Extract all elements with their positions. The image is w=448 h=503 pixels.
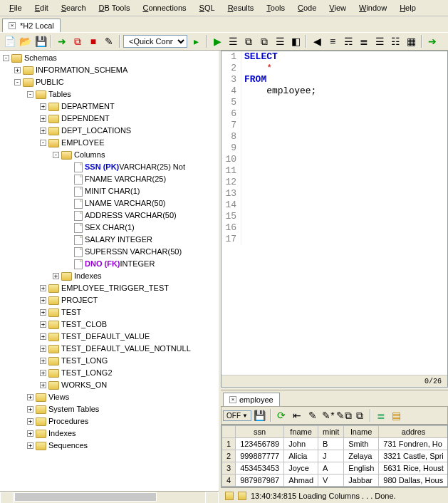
menu-tools[interactable]: Tools bbox=[260, 1, 291, 14]
cell[interactable]: J bbox=[318, 450, 344, 462]
tree-table-test_default_value[interactable]: +TEST_DEFAULT_VALUE bbox=[1, 331, 217, 343]
col-header-fname[interactable]: fname bbox=[284, 426, 318, 438]
table-row[interactable]: 1123456789JohnBSmith731 Fondren, Ho bbox=[222, 438, 449, 450]
cell[interactable]: 453453453 bbox=[236, 462, 284, 475]
tree-table-department[interactable]: +DEPARTMENT bbox=[1, 100, 217, 113]
tb-1-icon[interactable]: ☰ bbox=[226, 34, 240, 48]
tree-table-project[interactable]: +PROJECT bbox=[1, 294, 217, 306]
cell[interactable]: 980 Dallas, Hous bbox=[379, 475, 448, 487]
sql-line[interactable]: 11 bbox=[222, 165, 447, 177]
edit-row-icon[interactable]: ✎* bbox=[321, 408, 335, 422]
cell[interactable]: Smith bbox=[344, 438, 379, 450]
tb-2-icon[interactable]: ⧉ bbox=[241, 34, 256, 48]
sql-line[interactable]: 14 bbox=[222, 199, 447, 211]
sql-line[interactable]: 15 bbox=[222, 211, 447, 222]
copy-row-icon[interactable]: ✎⧉ bbox=[337, 408, 351, 422]
expander-icon[interactable]: + bbox=[27, 418, 33, 425]
cell[interactable]: 123456789 bbox=[236, 438, 284, 450]
results-grid[interactable]: ssnfnameminitlnameaddres1123456789JohnBS… bbox=[221, 425, 448, 487]
cell[interactable]: 3321 Castle, Spri bbox=[379, 450, 448, 462]
sql-line[interactable]: 10 bbox=[222, 154, 447, 165]
tree-table-employee_trigger_test[interactable]: +EMPLOYEE_TRIGGER_TEST bbox=[1, 282, 217, 294]
table-row[interactable]: 4987987987AhmadVJabbar980 Dallas, Hous bbox=[222, 475, 449, 487]
tree-column-salary[interactable]: SALARY INTEGER bbox=[1, 234, 217, 246]
stop-icon[interactable]: ■ bbox=[86, 34, 100, 48]
cell[interactable]: B bbox=[318, 438, 344, 450]
tb-5-icon[interactable]: ◧ bbox=[288, 34, 303, 48]
expander-icon[interactable]: + bbox=[40, 285, 46, 291]
cell[interactable]: V bbox=[318, 475, 344, 487]
tree-information-schema[interactable]: +INFORMATION_SCHEMA bbox=[1, 64, 217, 76]
cell[interactable]: Jabbar bbox=[344, 475, 379, 487]
menu-help[interactable]: Help bbox=[393, 1, 422, 14]
new-file-icon[interactable]: 📄 bbox=[2, 34, 16, 48]
sql-line[interactable]: 2 * bbox=[222, 63, 447, 74]
tb-8-icon[interactable]: ☴ bbox=[341, 34, 355, 48]
tree-table-test_long2[interactable]: +TEST_LONG2 bbox=[1, 367, 217, 379]
table-row[interactable]: 2999887777AliciaJZelaya3321 Castle, Spri bbox=[222, 450, 449, 462]
expander-icon[interactable]: + bbox=[40, 370, 46, 376]
tree-indexes[interactable]: +Indexes bbox=[1, 427, 217, 440]
sql-line[interactable]: 5 bbox=[222, 97, 447, 108]
close-icon[interactable]: × bbox=[229, 396, 236, 403]
tree-table-test_default_value_notnull[interactable]: +TEST_DEFAULT_VALUE_NOTNULL bbox=[1, 343, 217, 355]
expander-icon[interactable]: + bbox=[40, 309, 46, 316]
menu-db-tools[interactable]: DB Tools bbox=[93, 1, 137, 14]
expander-icon[interactable]: - bbox=[3, 55, 9, 61]
wand-icon[interactable]: ✎ bbox=[306, 408, 320, 422]
tree-public[interactable]: -PUBLIC bbox=[1, 76, 217, 88]
cell[interactable]: 987987987 bbox=[236, 475, 284, 487]
results-tab[interactable]: × employee bbox=[223, 393, 280, 406]
cell[interactable]: Ahmad bbox=[284, 475, 318, 487]
sql-line[interactable]: 1SELECT bbox=[222, 51, 447, 63]
tree-table-works_on[interactable]: +WORKS_ON bbox=[1, 379, 217, 391]
sql-line[interactable]: 6 bbox=[222, 108, 447, 120]
expander-icon[interactable]: - bbox=[53, 152, 59, 158]
sql-line[interactable]: 16 bbox=[222, 222, 447, 234]
query-icon[interactable]: ✎ bbox=[102, 34, 116, 48]
sql-line[interactable]: 9 bbox=[222, 142, 447, 154]
sql-line[interactable]: 3FROM bbox=[222, 74, 447, 85]
tree-views[interactable]: +Views bbox=[1, 391, 217, 403]
menu-results[interactable]: Results bbox=[222, 1, 261, 14]
sql-line[interactable]: 12 bbox=[222, 177, 447, 188]
sql-line[interactable]: 17 bbox=[222, 234, 447, 245]
expander-icon[interactable]: + bbox=[27, 406, 33, 413]
disconnect-icon[interactable]: ⧉ bbox=[71, 34, 85, 48]
tb-12-icon[interactable]: ▦ bbox=[404, 34, 418, 48]
expander-icon[interactable]: + bbox=[53, 273, 59, 279]
menu-connections[interactable]: Connections bbox=[136, 1, 192, 14]
tree-schemas[interactable]: -Schemas bbox=[1, 52, 217, 64]
list-icon[interactable]: ≣ bbox=[374, 408, 388, 422]
tb-9-icon[interactable]: ≣ bbox=[357, 34, 371, 48]
tb-7-icon[interactable]: ≡ bbox=[325, 34, 340, 48]
expander-icon[interactable]: + bbox=[40, 103, 46, 110]
cell[interactable]: Zelaya bbox=[344, 450, 379, 462]
quick-connect-dropdown[interactable]: <Quick Connect> bbox=[123, 35, 187, 48]
expander-icon[interactable]: - bbox=[27, 91, 33, 98]
sql-line[interactable]: 7 bbox=[222, 120, 447, 131]
col-header-minit[interactable]: minit bbox=[318, 426, 344, 438]
menu-search[interactable]: Search bbox=[55, 1, 93, 14]
tree-table-test_long[interactable]: +TEST_LONG bbox=[1, 355, 217, 367]
expander-icon[interactable]: + bbox=[40, 346, 46, 352]
save-icon[interactable]: 💾 bbox=[33, 34, 48, 48]
cell[interactable]: Joyce bbox=[284, 462, 318, 475]
close-icon[interactable]: × bbox=[9, 22, 16, 29]
tree-columns[interactable]: -Columns bbox=[1, 149, 217, 161]
expander-icon[interactable]: + bbox=[40, 358, 46, 364]
menu-view[interactable]: View bbox=[323, 1, 353, 14]
col-header-addres[interactable]: addres bbox=[379, 426, 448, 438]
sql-line[interactable]: 13 bbox=[222, 188, 447, 199]
tb-4-icon[interactable]: ☰ bbox=[273, 34, 287, 48]
menu-code[interactable]: Code bbox=[291, 1, 323, 14]
expander-icon[interactable]: + bbox=[40, 128, 46, 134]
tree-column-dno[interactable]: DNO (FK) INTEGER bbox=[1, 258, 217, 270]
autocommit-toggle[interactable]: OFF ▼ bbox=[223, 410, 251, 421]
tb-11-icon[interactable]: ☷ bbox=[388, 34, 402, 48]
tree-procedures[interactable]: +Procedures bbox=[1, 415, 217, 427]
tree-column-fname[interactable]: FNAME VARCHAR(25) bbox=[1, 173, 217, 185]
expander-icon[interactable]: + bbox=[40, 115, 46, 122]
tree-system-tables[interactable]: +System Tables bbox=[1, 403, 217, 415]
open-folder-icon[interactable]: 📂 bbox=[18, 34, 32, 48]
